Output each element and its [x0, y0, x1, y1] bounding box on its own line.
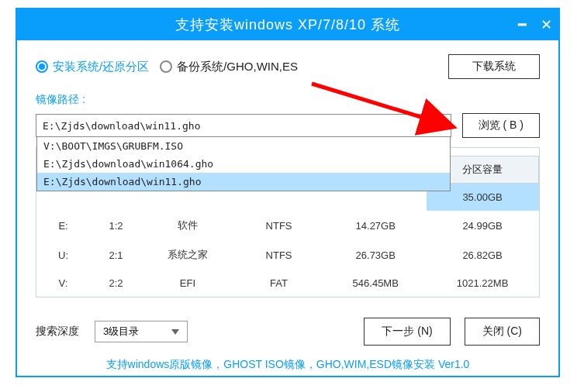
dropdown-item[interactable]: E:\Zjds\download\win1064.gho [37, 155, 450, 173]
minimize-button[interactable]: ━ [518, 16, 527, 33]
table-cell: 软件 [143, 211, 233, 240]
table-cell: 24.99GB [427, 211, 539, 240]
image-path-input[interactable] [43, 120, 434, 132]
search-depth-select[interactable]: 3级目录 [95, 321, 188, 342]
titlebar: 支持安装windows XP/7/8/10 系统 ━ ✕ [17, 9, 558, 40]
radio-install-label: 安装系统/还原分区 [53, 60, 149, 74]
table-cell: NTFS [233, 240, 325, 270]
table-cell: FAT [233, 270, 325, 297]
table-cell: E: [37, 211, 90, 240]
footer-text: 支持windows原版镜像，GHOST ISO镜像，GHO,WIM,ESD镜像安… [36, 358, 540, 372]
table-cell: 2:1 [90, 240, 143, 270]
bottom-row: 搜索深度 3级目录 下一步 (N) 关闭 (C) [36, 318, 540, 346]
search-depth-value: 3级目录 [103, 325, 139, 339]
table-cell: 26.73GB [325, 240, 427, 270]
table-cell: NTFS [233, 211, 325, 240]
bottom-buttons: 下一步 (N) 关闭 (C) [364, 318, 540, 346]
radio-backup[interactable]: 备份系统/GHO,WIN,ES [160, 60, 298, 74]
next-button[interactable]: 下一步 (N) [364, 318, 450, 346]
radio-icon [36, 60, 48, 73]
table-cell: 1:2 [90, 211, 143, 240]
image-path-row: V:\BOOT\IMGS\GRUBFM.ISOE:\Zjds\download\… [36, 113, 540, 138]
table-row[interactable]: E:1:2软件NTFS14.27GB24.99GB [37, 211, 539, 240]
chevron-down-icon[interactable] [434, 122, 444, 129]
table-cell: 系统之家 [143, 240, 233, 270]
dropdown-item[interactable]: E:\Zjds\download\win11.gho [37, 173, 450, 191]
image-path-combobox[interactable]: V:\BOOT\IMGS\GRUBFM.ISOE:\Zjds\download\… [36, 114, 451, 137]
window-controls: ━ ✕ [518, 9, 552, 40]
app-window: 支持安装windows XP/7/8/10 系统 ━ ✕ 安装系统/还原分区 备… [16, 8, 560, 377]
table-cell: 2:2 [90, 270, 143, 297]
search-depth-label: 搜索深度 [36, 325, 79, 339]
chevron-down-icon [171, 329, 179, 335]
table-cell: 546.45MB [325, 270, 427, 297]
table-row[interactable]: U:2:1系统之家NTFS26.73GB26.82GB [37, 240, 539, 270]
dropdown-item[interactable]: V:\BOOT\IMGS\GRUBFM.ISO [37, 137, 450, 155]
radio-icon [160, 60, 172, 73]
table-body: 35.00GBE:1:2软件NTFS14.27GB24.99GBU:2:1系统之… [37, 184, 539, 297]
table-cell: U: [37, 240, 90, 270]
mode-row: 安装系统/还原分区 备份系统/GHO,WIN,ES 下载系统 [36, 54, 540, 79]
table-cell: 1021.22MB [427, 270, 539, 297]
close-button[interactable]: ✕ [541, 16, 552, 33]
table-cell: 26.82GB [427, 240, 539, 270]
download-button[interactable]: 下载系统 [448, 54, 540, 79]
radio-backup-label: 备份系统/GHO,WIN,ES [177, 60, 298, 74]
table-row[interactable]: V:2:2EFIFAT546.45MB1021.22MB [37, 270, 539, 297]
table-cell: EFI [143, 270, 233, 297]
browse-button[interactable]: 浏览 ( B ) [462, 113, 540, 138]
image-path-dropdown: V:\BOOT\IMGS\GRUBFM.ISOE:\Zjds\download\… [36, 137, 451, 191]
window-title: 支持安装windows XP/7/8/10 系统 [175, 15, 400, 34]
content-area: 安装系统/还原分区 备份系统/GHO,WIN,ES 下载系统 镜像路径 : V:… [17, 40, 558, 380]
radio-install[interactable]: 安装系统/还原分区 [36, 60, 149, 74]
table-cell: 14.27GB [325, 211, 427, 240]
close-action-button[interactable]: 关闭 (C) [465, 318, 540, 346]
image-path-label: 镜像路径 : [36, 93, 540, 107]
table-cell: V: [37, 270, 90, 297]
